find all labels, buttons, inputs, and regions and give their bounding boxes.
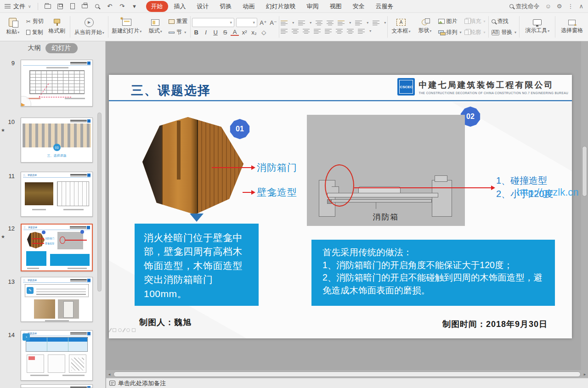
- redo-button[interactable]: ↷: [118, 2, 126, 11]
- tab-security[interactable]: 安全: [348, 1, 370, 12]
- tab-design[interactable]: 设计: [192, 1, 214, 12]
- tab-home[interactable]: 开始: [146, 1, 168, 12]
- horizontal-scrollbar-thumb[interactable]: [113, 371, 581, 377]
- slide-title[interactable]: 三、课题选择: [131, 82, 211, 99]
- find-button[interactable]: 查找: [490, 17, 518, 26]
- cad-drawing[interactable]: 消防箱: [307, 115, 465, 226]
- strikethrough-button[interactable]: S: [221, 29, 229, 36]
- bullets-button[interactable]: [281, 20, 288, 26]
- paste-button[interactable]: 粘贴▾: [1, 14, 25, 39]
- door-label[interactable]: 消防箱门: [257, 161, 297, 174]
- arrange-button[interactable]: 排列▾: [437, 28, 463, 37]
- numbering-button[interactable]: [298, 20, 305, 26]
- company-logo-block[interactable]: CSCEC 中建七局建筑装饰工程有限公司 THE CONSTRUCTIONE D…: [397, 78, 568, 96]
- clear-format-button[interactable]: ◇: [260, 29, 268, 36]
- tab-cloud[interactable]: 云服务: [371, 1, 399, 12]
- distribute-button[interactable]: [325, 28, 332, 34]
- increase-indent-button[interactable]: [327, 20, 334, 26]
- search-command[interactable]: 查找命令: [509, 2, 540, 11]
- tab-insert[interactable]: 插入: [169, 1, 191, 12]
- outline-button[interactable]: 轮廓▾: [463, 28, 487, 37]
- cut-button[interactable]: ✂剪切: [25, 17, 45, 26]
- picture-button[interactable]: 图片: [437, 17, 463, 26]
- copy-button[interactable]: 复制: [25, 28, 45, 37]
- slide-thumbnail-15-partial[interactable]: [21, 384, 93, 388]
- settings-gear-icon[interactable]: ⚙: [557, 3, 562, 10]
- slide-thumbnail-12-selected[interactable]: 三、课题选择 消防箱门 壁龛造型: [21, 224, 93, 271]
- superscript-button[interactable]: x²: [240, 29, 249, 36]
- tab-transition[interactable]: 切换: [215, 1, 237, 12]
- author-text[interactable]: 制图人：魏旭: [139, 317, 192, 328]
- tab-slideshow[interactable]: 幻灯片放映: [261, 1, 301, 12]
- notes-bar[interactable]: 单击此处添加备注: [106, 378, 588, 388]
- annotation-tools[interactable]: [110, 328, 136, 332]
- fire-cabinet-photo[interactable]: [142, 117, 243, 214]
- align-text-button[interactable]: [355, 20, 362, 26]
- font-name-select[interactable]: ▾: [192, 18, 234, 27]
- section-button[interactable]: 节▾: [167, 28, 189, 37]
- slide-thumbnail-13[interactable]: 三、课题选择 ✎: [21, 277, 93, 322]
- feedback-smiley-icon[interactable]: ☺: [545, 3, 551, 10]
- traditional-method-textbox[interactable]: 首先采用传统的做法： 1、消防箱暗门的开启角度不能保证大于120度； 2、消防箱…: [311, 240, 555, 306]
- tab-animation[interactable]: 动画: [238, 1, 260, 12]
- italic-button[interactable]: I: [202, 29, 210, 36]
- fill-button[interactable]: 填充▾: [463, 17, 487, 26]
- collapse-ribbon-icon[interactable]: ∧: [579, 3, 583, 10]
- badge-01[interactable]: 01: [230, 119, 250, 139]
- align-right-button[interactable]: [303, 28, 310, 34]
- selection-pane-button[interactable]: 选择窗格: [557, 14, 587, 39]
- print-button[interactable]: [81, 2, 89, 11]
- font-color-button[interactable]: A: [231, 29, 239, 36]
- save-button[interactable]: [56, 2, 64, 11]
- new-slide-button[interactable]: 新建幻灯片▾: [110, 14, 144, 39]
- textbox-button[interactable]: A 文本框▾: [389, 14, 413, 39]
- slide-thumbnail-14[interactable]: 三、课题选择 ◔: [21, 330, 93, 381]
- sidebar-scrollbar-thumb[interactable]: [97, 112, 102, 292]
- underline-button[interactable]: U: [211, 29, 220, 36]
- tab-review[interactable]: 审阅: [302, 1, 324, 12]
- shrink-font-button[interactable]: A⁻: [269, 19, 277, 26]
- scroll-left-arrow[interactable]: ◂: [106, 372, 113, 377]
- scroll-right-arrow[interactable]: ▸: [582, 372, 588, 377]
- tab-view[interactable]: 视图: [325, 1, 347, 12]
- slide-thumbnail-9[interactable]: ▶: [21, 60, 93, 107]
- horizontal-scrollbar[interactable]: ◂ ▸: [106, 370, 588, 378]
- font-size-select[interactable]: ▾: [236, 18, 257, 27]
- line-spacing-button[interactable]: [336, 28, 343, 34]
- open-folder-button[interactable]: [44, 2, 52, 11]
- sidebar-scrollbar[interactable]: [97, 69, 102, 372]
- tab-slides[interactable]: 幻灯片: [45, 43, 78, 53]
- tab-outline[interactable]: 大纲: [28, 44, 41, 52]
- format-painter-button[interactable]: 格式刷: [45, 14, 69, 39]
- slide-canvas[interactable]: 三、课题选择 CSCEC 中建七局建筑装饰工程有限公司 THE CONSTRUC…: [109, 75, 572, 338]
- paragraph-spacing-button[interactable]: [347, 28, 354, 34]
- slide-thumbnail-10[interactable]: 03 三、选择课题: [21, 118, 93, 163]
- bold-button[interactable]: B: [192, 29, 200, 36]
- columns-button[interactable]: [373, 20, 379, 26]
- shapes-button[interactable]: 形状▾: [413, 14, 437, 39]
- niche-label[interactable]: 壁龛造型: [257, 186, 297, 199]
- slide-thumbnail-11[interactable]: 三、课题选择: [21, 172, 93, 217]
- grow-font-button[interactable]: A⁺: [259, 19, 267, 26]
- date-text[interactable]: 制图时间：2018年9月30日: [442, 319, 548, 330]
- subscript-button[interactable]: x₂: [250, 29, 258, 36]
- layout-button[interactable]: 版式▾: [143, 14, 167, 39]
- text-direction-button[interactable]: [338, 20, 345, 26]
- align-center-button[interactable]: [292, 28, 299, 34]
- reset-button[interactable]: 重置: [167, 17, 189, 26]
- justify-button[interactable]: [314, 28, 321, 34]
- smart-format-button[interactable]: [358, 28, 365, 34]
- file-menu-button[interactable]: 文件 ∨: [0, 0, 35, 13]
- export-pdf-button[interactable]: [68, 2, 77, 11]
- vertical-scrollbar-thumb[interactable]: [582, 146, 587, 197]
- print-preview-button[interactable]: [93, 2, 102, 11]
- decrease-indent-button[interactable]: [316, 20, 322, 26]
- description-textbox[interactable]: 消火栓暗门位于壁龛中部，壁龛四周有高档木饰面造型，木饰面造型突出消防箱暗门100…: [135, 224, 259, 306]
- align-left-button[interactable]: [281, 28, 288, 34]
- undo-button[interactable]: ↶: [106, 2, 114, 11]
- quick-access-more-button[interactable]: ▾: [130, 2, 139, 11]
- replace-button[interactable]: AB替换▾: [490, 28, 518, 37]
- present-tools-button[interactable]: 演示工具▾: [521, 14, 554, 39]
- play-from-current-button[interactable]: ▶ 从当前开始▾: [72, 14, 107, 39]
- vertical-scrollbar[interactable]: [581, 41, 588, 370]
